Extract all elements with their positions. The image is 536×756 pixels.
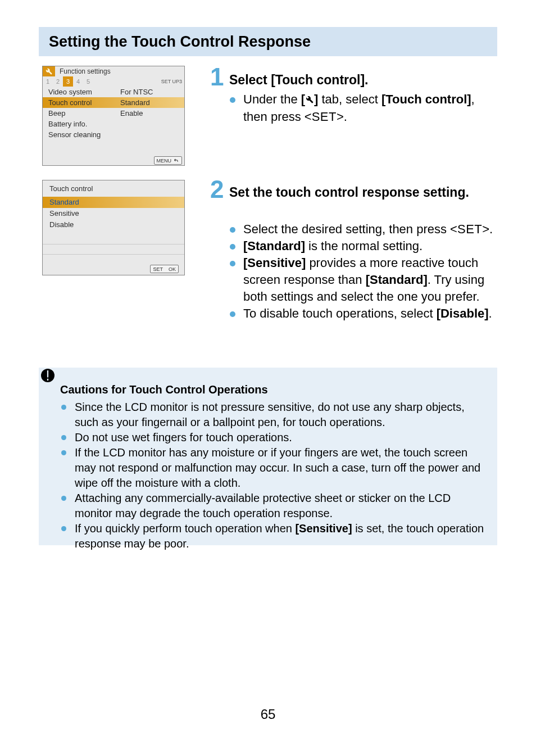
menu-back-label: MENU <box>157 158 172 164</box>
submenu-option-selected: Standard <box>43 197 184 208</box>
ok-label: OK <box>169 266 176 272</box>
tab-num: 4 <box>73 76 83 87</box>
caution-box: Cautions for Touch Control Operations Si… <box>39 368 497 545</box>
caution-item: If you quickly perform touch operation w… <box>60 521 487 551</box>
section-title: Setting the Touch Control Response <box>39 33 311 51</box>
step-number-1: 1 <box>210 63 224 91</box>
menu-tab-numbers: 1 2 3 4 5 SET UP3 <box>43 76 184 87</box>
bullet-icon <box>230 261 235 266</box>
text: >. <box>337 110 347 124</box>
caution-content: Cautions for Touch Control Operations Si… <box>60 382 487 551</box>
text: Since the LCD monitor is not pressure se… <box>75 401 465 428</box>
text-bold: [Standard] <box>366 273 428 287</box>
caution-item: Attaching any commercially-available pro… <box>60 491 487 521</box>
text-bold: [Touch control] <box>381 92 471 106</box>
caution-list: Since the LCD monitor is not pressure se… <box>60 400 487 551</box>
return-icon <box>173 158 179 163</box>
manual-page: Setting the Touch Control Response Funct… <box>0 0 536 756</box>
wrench-icon <box>305 92 314 108</box>
step-1-bullet-1: Under the [] tab, select [Touch control]… <box>243 91 490 125</box>
menu-footer: MENU <box>43 156 184 165</box>
menu-setup-label: SET UP3 <box>161 76 184 87</box>
submenu-option: Disable <box>43 219 184 230</box>
menu-row-selected: Touch control Standard <box>43 97 184 108</box>
bullet-icon <box>230 227 235 233</box>
menu-row-label: Battery info. <box>48 119 120 129</box>
menu-list: Video system For NTSC Touch control Stan… <box>43 87 184 140</box>
step-2-bullet-3: [Sensitive] provides a more reactive tou… <box>243 255 497 305</box>
text: Attaching any commercially-available pro… <box>75 492 451 519</box>
menu-row-value <box>120 129 184 140</box>
menu-row-value: Standard <box>120 97 184 108</box>
step-2-bullet-2: [Standard] is the normal setting. <box>243 238 497 255</box>
menu-row: Video system For NTSC <box>43 87 184 97</box>
submenu-set-ok-button: SET OK <box>150 265 179 273</box>
text: Select the desired setting, then press < <box>243 222 457 236</box>
camera-menu-screenshot-2: Touch control Standard Sensitive Disable… <box>42 180 185 275</box>
menu-row-label: Video system <box>48 87 120 97</box>
text: . <box>489 306 492 320</box>
menu-tabstrip: Function settings <box>43 66 184 76</box>
step-number-2: 2 <box>210 175 224 203</box>
submenu-title: Touch control <box>43 180 184 197</box>
text-bold: [Disable] <box>437 306 489 320</box>
text: Under the <box>243 92 301 106</box>
text-bold: [Sensitive] <box>243 256 306 270</box>
menu-row-value: For NTSC <box>120 87 184 97</box>
menu-row-label: Touch control <box>48 97 120 108</box>
caution-title: Cautions for Touch Control Operations <box>60 382 487 397</box>
menu-row: Sensor cleaning <box>43 129 184 140</box>
text: If you quickly perform touch operation w… <box>75 522 295 535</box>
section-title-bar: Setting the Touch Control Response <box>39 27 497 56</box>
wrench-tab-icon <box>43 66 55 76</box>
page-number: 65 <box>0 707 536 722</box>
step-1-heading: Select [Touch control]. <box>229 71 368 89</box>
step-2-bullet-4: To disable touch operations, select [Dis… <box>243 305 497 322</box>
bullet-icon <box>230 311 235 317</box>
bullet-icon <box>230 244 235 250</box>
set-label: SET <box>153 266 163 272</box>
submenu-option: Sensitive <box>43 208 184 219</box>
menu-tab-label: Function settings <box>55 66 184 76</box>
tab-num-active: 3 <box>63 76 73 87</box>
text: If the LCD monitor has any moisture or i… <box>75 446 480 489</box>
set-glyph: SET <box>457 222 482 236</box>
caution-item: Do not use wet fingers for touch operati… <box>60 430 487 445</box>
menu-back-button: MENU <box>154 156 183 165</box>
tab-num: 5 <box>83 76 93 87</box>
camera-menu-screenshot-1: Function settings 1 2 3 4 5 SET UP3 Vide… <box>42 66 185 166</box>
menu-row-label: Sensor cleaning <box>48 129 120 140</box>
menu-row-value <box>120 119 184 129</box>
menu-row: Battery info. <box>43 119 184 129</box>
submenu-footer: SET OK <box>43 263 184 275</box>
text: To disable touch operations, select <box>243 306 437 320</box>
tab-num: 1 <box>43 76 53 87</box>
text: is the normal setting. <box>305 239 423 253</box>
text: tab, select <box>318 92 381 106</box>
text-bold: [Standard] <box>243 239 305 253</box>
step-2-bullet-1: Select the desired setting, then press <… <box>243 221 497 238</box>
text: Do not use wet fingers for touch operati… <box>75 431 292 443</box>
step-2-body: Select the desired setting, then press <… <box>243 221 497 322</box>
set-glyph: SET <box>312 110 337 124</box>
caution-item: If the LCD monitor has any moisture or i… <box>60 445 487 491</box>
step-1-body: Under the [] tab, select [Touch control]… <box>243 91 490 125</box>
menu-row-value: Enable <box>120 108 184 119</box>
caution-item: Since the LCD monitor is not pressure se… <box>60 400 487 430</box>
text: >. <box>482 222 493 236</box>
text-bold: [Sensitive] <box>295 522 352 535</box>
caution-icon <box>41 369 54 382</box>
step-2-heading: Set the touch control response setting. <box>229 183 488 201</box>
tab-num: 2 <box>53 76 63 87</box>
bullet-icon <box>230 97 235 103</box>
menu-row: Beep Enable <box>43 108 184 119</box>
menu-row-label: Beep <box>48 108 120 119</box>
